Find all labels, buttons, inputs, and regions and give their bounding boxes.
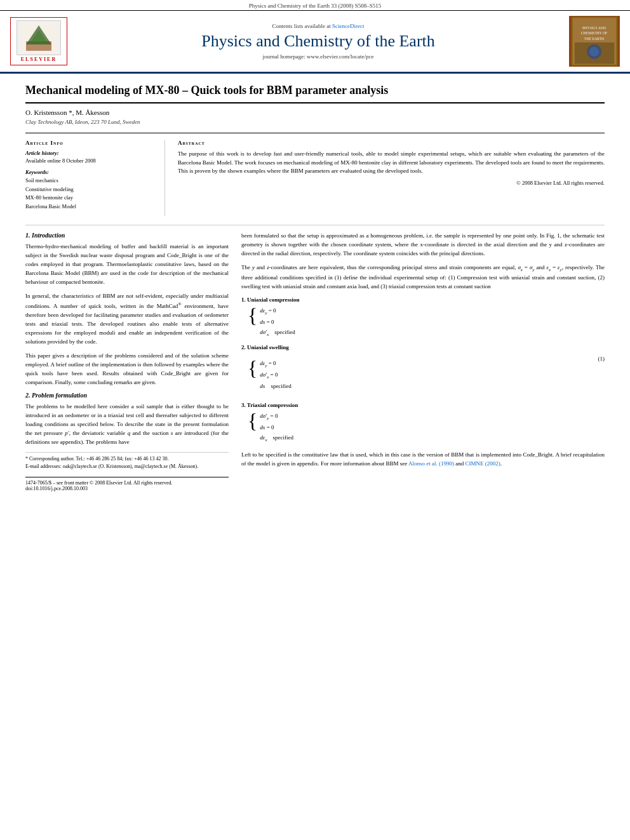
journal-center-info: Contents lists available at ScienceDirec… xyxy=(67,23,569,60)
section1-heading: 1. Introduction xyxy=(25,232,229,239)
svg-text:THE EARTH: THE EARTH xyxy=(584,37,604,41)
alonso-ref-link[interactable]: Alonso et al. (1990) xyxy=(408,460,454,467)
right-column: been formulated so that the setup is app… xyxy=(241,232,605,491)
eq-3-1: dσ'y = 0 xyxy=(260,411,293,422)
elsevier-wordmark: ELSEVIER xyxy=(21,57,57,62)
keyword-3: MX-80 bentonite clay xyxy=(25,194,156,203)
keyword-2: Constitutive modeling xyxy=(25,185,156,194)
info-abstract-row: Article Info Article history: Available … xyxy=(25,133,605,216)
journal-homepage: journal homepage: www.elsevier.com/locat… xyxy=(80,53,556,60)
eq-block-2: { dεy = 0 dσ'x = 0 ds specified (1) xyxy=(241,356,605,397)
eq-system-3: { dσ'y = 0 ds = 0 dεx specified xyxy=(248,411,605,444)
eq-1-2: ds = 0 xyxy=(260,317,295,327)
elsevier-logo-graphic xyxy=(17,20,61,55)
brace-3: { xyxy=(248,411,257,431)
abstract-heading: Abstract xyxy=(178,140,605,146)
section2-para1: The problems to be modelled here conside… xyxy=(25,403,229,447)
abstract-section: Abstract The purpose of this work is to … xyxy=(178,140,605,216)
article-body: 1. Introduction Thermo-hydro-mechanical … xyxy=(25,225,605,491)
eq-2-3: ds specified xyxy=(260,381,292,391)
authors: O. Kristensson *, M. Åkesson xyxy=(25,109,605,116)
footer-issn: 1474-7065/$ – see front matter © 2008 El… xyxy=(25,480,229,486)
list-item-2-heading: 2. Uniaxial swelling xyxy=(241,344,605,350)
brace-1: { xyxy=(248,305,257,326)
eq-lines-2: dεy = 0 dσ'x = 0 ds specified xyxy=(260,358,292,392)
eq-lines-1: dεy = 0 ds = 0 dσ'x specified xyxy=(260,305,295,339)
journal-cover-image: PHYSICS AND CHEMISTRY OF THE EARTH xyxy=(569,16,620,67)
right-para3: Left to be specified is the constitutive… xyxy=(241,451,605,469)
section2-heading: 2. Problem formulation xyxy=(25,392,229,399)
section1-para2: In general, the characteristics of BBM a… xyxy=(25,292,229,347)
affiliation: Clay Technology AB, Ideon, 223 70 Lund, … xyxy=(25,119,605,125)
eq-3-2: ds = 0 xyxy=(260,422,293,432)
keywords-list: Soil mechanics Constitutive modeling MX-… xyxy=(25,177,156,211)
article-info-heading: Article Info xyxy=(25,140,156,146)
eq-system-1: { dεy = 0 ds = 0 dσ'x specified xyxy=(248,305,605,339)
svg-text:PHYSICS AND: PHYSICS AND xyxy=(582,26,606,30)
footer-doi: doi:10.1016/j.pce.2008.10.003 xyxy=(25,486,229,491)
right-para2: The y and z-coordinates are here equival… xyxy=(241,263,605,291)
copyright: © 2008 Elsevier Ltd. All rights reserved… xyxy=(178,180,605,186)
svg-text:CHEMISTRY OF: CHEMISTRY OF xyxy=(581,31,607,35)
journal-header-bar: Physics and Chemistry of the Earth 33 (2… xyxy=(0,0,630,11)
journal-title: Physics and Chemistry of the Earth xyxy=(80,32,556,51)
eq-3-3: dεx specified xyxy=(260,432,293,444)
footnote-corresponding: * Corresponding author. Tel.: +46 46 286… xyxy=(25,455,229,463)
sciencedirect-availability: Contents lists available at ScienceDirec… xyxy=(80,23,556,29)
eq-2-1: dεy = 0 xyxy=(260,358,292,370)
footer-info: 1474-7065/$ – see front matter © 2008 El… xyxy=(25,477,229,491)
cimne-ref-link[interactable]: CIMNE (2002) xyxy=(465,460,500,467)
section1-para3: This paper gives a description of the pr… xyxy=(25,352,229,387)
list-item-3-heading: 3. Triaxial compression xyxy=(241,402,605,408)
equation-list: 1. Uniaxial compression { dεy = 0 ds = 0… xyxy=(241,297,605,444)
eq-2-2: dσ'x = 0 xyxy=(260,370,292,381)
right-intro: been formulated so that the setup is app… xyxy=(241,232,605,258)
journal-citation: Physics and Chemistry of the Earth 33 (2… xyxy=(249,3,382,9)
footnote-area: * Corresponding author. Tel.: +46 46 286… xyxy=(25,452,229,470)
footnote-email: E-mail addresses: oak@claytech.se (O. Kr… xyxy=(25,463,229,470)
section1-para1: Thermo-hydro-mechanical modeling of buff… xyxy=(25,243,229,287)
keyword-4: Barcelona Basic Model xyxy=(25,203,156,211)
article-content: Mechanical modeling of MX-80 – Quick too… xyxy=(0,74,630,502)
equation-number: (1) xyxy=(598,356,605,362)
svg-point-11 xyxy=(589,47,599,57)
journal-banner: ELSEVIER Contents lists available at Sci… xyxy=(0,11,630,74)
article-history: Article history: Available online 8 Octo… xyxy=(25,150,156,164)
brace-2: { xyxy=(248,358,257,378)
eq-system-2: { dεy = 0 dσ'x = 0 ds specified xyxy=(248,358,292,392)
article-info-panel: Article Info Article history: Available … xyxy=(25,140,165,216)
left-column: 1. Introduction Thermo-hydro-mechanical … xyxy=(25,232,229,491)
eq-lines-3: dσ'y = 0 ds = 0 dεx specified xyxy=(260,411,293,444)
list-item-1-heading: 1. Uniaxial compression xyxy=(241,297,605,303)
keyword-1: Soil mechanics xyxy=(25,177,156,185)
eq-1-3: dσ'x specified xyxy=(260,327,295,338)
keywords-section: Keywords: Soil mechanics Constitutive mo… xyxy=(25,169,156,211)
eq-1-1: dεy = 0 xyxy=(260,305,295,317)
elsevier-logo: ELSEVIER xyxy=(10,17,67,65)
article-title: Mechanical modeling of MX-80 – Quick too… xyxy=(25,84,605,103)
abstract-text: The purpose of this work is to develop f… xyxy=(178,150,605,176)
sciencedirect-link[interactable]: ScienceDirect xyxy=(332,23,364,29)
